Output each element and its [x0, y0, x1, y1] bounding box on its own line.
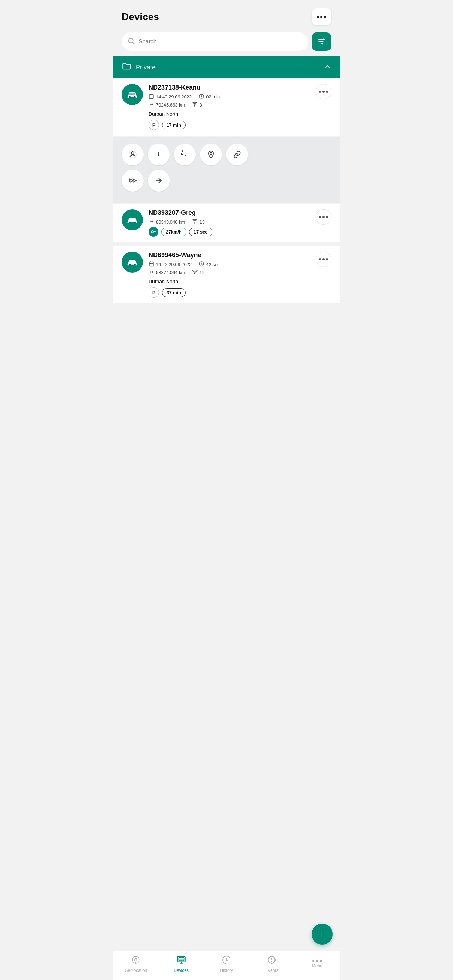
signal-icon	[192, 269, 197, 276]
device-distance: 70245.663 km	[156, 102, 185, 108]
clock-icon	[199, 94, 204, 100]
duration-tag: 17 sec	[189, 228, 212, 236]
arrow-right-icon	[154, 177, 163, 185]
search-input-wrap	[122, 32, 308, 51]
signal-icon	[192, 102, 197, 108]
avatar	[122, 84, 143, 105]
device-date: 14:40 29.09.2022	[156, 94, 192, 99]
key-icon	[149, 227, 158, 237]
device-more-button[interactable]	[316, 209, 331, 225]
link-action-button[interactable]	[226, 143, 248, 165]
device-tags: P 37 min	[149, 287, 310, 298]
svg-line-1	[133, 42, 134, 44]
parking-tag: P	[149, 287, 159, 298]
svg-point-22	[151, 231, 154, 233]
distance-icon	[149, 219, 154, 226]
location-action-button[interactable]	[200, 143, 222, 165]
device-date: 14:22 29.09.2022	[156, 262, 192, 267]
device-duration: 42 sec	[206, 262, 219, 267]
folder-icon	[122, 61, 132, 73]
svg-rect-7	[149, 95, 153, 99]
parking-tag: P	[149, 119, 159, 130]
distance-icon	[149, 102, 154, 108]
duration-tag: 37 min	[162, 288, 186, 297]
private-section-header[interactable]: Private	[113, 56, 340, 78]
device-info: ND699465-Wayne 14:22 29.09.2022 42 sec	[149, 251, 310, 298]
skip-action-button[interactable]	[122, 170, 144, 192]
avatar	[122, 209, 143, 231]
svg-point-24	[134, 264, 136, 266]
device-tags: P 17 min	[149, 119, 310, 130]
car-icon	[127, 256, 138, 268]
device-more-button[interactable]	[316, 84, 331, 99]
driver-action-button[interactable]	[122, 143, 144, 165]
search-input[interactable]	[139, 38, 302, 45]
action-panel	[113, 137, 340, 203]
header: Devices	[113, 0, 340, 30]
more-dots-icon	[317, 16, 326, 18]
svg-point-3	[318, 41, 319, 42]
svg-point-17	[210, 153, 212, 154]
device-info: ND393207-Greg 80343.040 km 13	[149, 209, 310, 237]
more-dots-icon	[319, 91, 328, 93]
svg-point-4	[321, 43, 323, 45]
device-card: ND699465-Wayne 14:22 29.09.2022 42 sec	[113, 246, 340, 303]
device-name: ND237138-Keanu	[149, 84, 310, 91]
speed-tag: 27km/h	[161, 228, 186, 236]
search-icon	[127, 37, 135, 46]
svg-point-6	[134, 96, 136, 98]
device-signal: 13	[199, 220, 204, 225]
info-icon	[154, 150, 163, 159]
page-title: Devices	[122, 11, 159, 22]
calendar-icon	[149, 261, 154, 268]
device-signal: 12	[199, 270, 204, 275]
svg-point-5	[129, 96, 130, 98]
car-icon	[127, 214, 138, 226]
device-name: ND699465-Wayne	[149, 251, 310, 259]
more-dots-icon	[319, 258, 328, 260]
history-icon	[181, 150, 189, 159]
device-duration: 02 min	[206, 94, 220, 99]
info-action-button[interactable]	[148, 143, 170, 165]
svg-point-20	[134, 221, 136, 223]
device-location: Durban North	[149, 111, 310, 117]
clock-icon	[199, 261, 204, 268]
navigate-action-button[interactable]	[148, 170, 170, 192]
device-distance: 80343.040 km	[156, 220, 185, 225]
search-bar	[113, 30, 340, 56]
calendar-icon	[149, 94, 154, 100]
device-card: ND237138-Keanu 14:40 29.09.2022 02 min	[113, 78, 340, 136]
history-action-button[interactable]	[174, 143, 196, 165]
svg-point-0	[129, 38, 134, 43]
signal-icon	[192, 219, 197, 226]
device-distance: 53374.094 km	[156, 270, 185, 275]
location-pin-icon	[207, 150, 215, 159]
avatar	[122, 251, 143, 273]
device-location: Durban North	[149, 279, 310, 284]
filter-icon	[317, 37, 326, 46]
fast-forward-icon	[129, 177, 137, 185]
device-info: ND237138-Keanu 14:40 29.09.2022 02 min	[149, 84, 310, 130]
divider	[113, 243, 340, 246]
private-label: Private	[136, 64, 156, 71]
link-icon	[233, 150, 241, 159]
car-icon	[127, 89, 138, 100]
driver-icon	[129, 150, 137, 159]
chevron-up-icon	[324, 63, 331, 72]
device-card: ND393207-Greg 80343.040 km 13	[113, 204, 340, 242]
svg-point-23	[129, 264, 130, 266]
svg-point-21	[194, 223, 195, 223]
device-tags: 27km/h 17 sec	[149, 227, 310, 237]
svg-rect-25	[149, 262, 153, 266]
svg-point-13	[131, 152, 134, 154]
more-dots-icon	[319, 216, 328, 218]
svg-point-12	[194, 105, 195, 106]
filter-button[interactable]	[312, 32, 331, 51]
content-area: ND237138-Keanu 14:40 29.09.2022 02 min	[113, 78, 340, 339]
device-more-button[interactable]	[316, 251, 331, 267]
svg-point-2	[323, 38, 324, 40]
distance-icon	[149, 269, 154, 276]
device-name: ND393207-Greg	[149, 209, 310, 216]
header-more-button[interactable]	[312, 8, 331, 25]
svg-point-19	[129, 221, 130, 223]
